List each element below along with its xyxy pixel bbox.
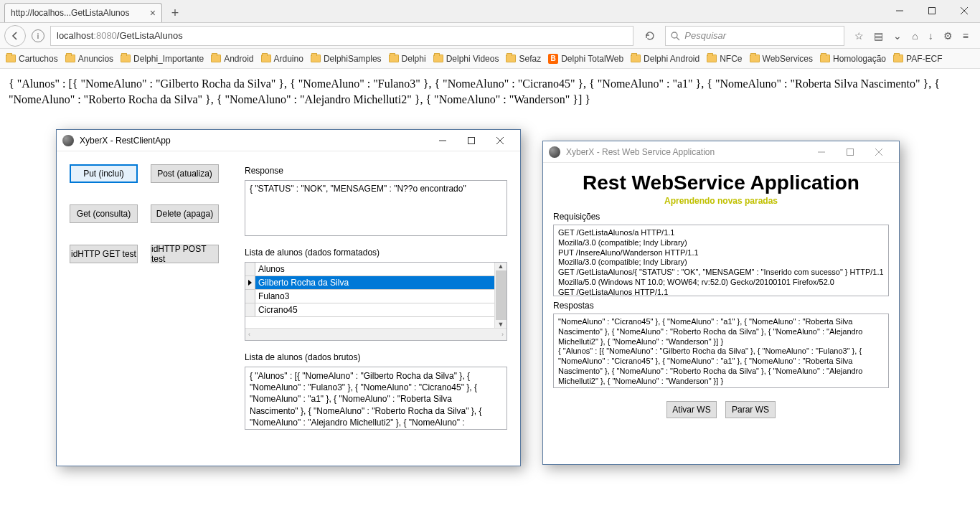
bookmark-item[interactable]: NFCe: [707, 54, 742, 64]
scroll-right-icon[interactable]: ›: [501, 331, 504, 338]
grid-scrollbar-horizontal[interactable]: ‹ ›: [245, 328, 507, 340]
reload-button[interactable]: [641, 27, 659, 45]
idhttp-post-button[interactable]: idHTTP POST test: [151, 245, 219, 263]
get-button[interactable]: Get (consulta): [70, 204, 138, 223]
response-textbox[interactable]: { "STATUS" : "NOK", "MENSAGEM" : "N??o e…: [245, 180, 507, 236]
bookmark-label: NFCe: [720, 54, 742, 64]
client-title: XyberX - RestClientApp: [80, 136, 428, 146]
bookmark-item[interactable]: Sefaz: [506, 54, 541, 64]
grid-row[interactable]: Fulano3: [245, 290, 494, 303]
extensions-icon[interactable]: ⚙: [943, 30, 953, 42]
close-button[interactable]: [948, 0, 980, 22]
scroll-up-icon[interactable]: ▲: [498, 263, 504, 270]
grid-scrollbar-vertical[interactable]: ▲ ▼: [494, 263, 507, 328]
folder-icon: [311, 55, 321, 62]
folder-icon: [6, 55, 16, 62]
bookmark-item[interactable]: Arduino: [261, 54, 303, 64]
bookmark-item[interactable]: Anuncios: [65, 54, 113, 64]
ativar-ws-button[interactable]: Ativar WS: [666, 401, 717, 418]
server-subheading: Aprendendo novas paradas: [553, 196, 889, 206]
url-bar[interactable]: localhost:8080/GetListaAlunos: [50, 26, 633, 46]
site-info-icon[interactable]: i: [32, 29, 44, 42]
new-tab-button[interactable]: +: [165, 4, 185, 22]
folder-icon: [631, 55, 641, 62]
server-title: XyberX - Rest Web Service Application: [566, 147, 807, 157]
folder-icon: [389, 55, 399, 62]
grid-cell: Fulano3: [255, 291, 494, 301]
scroll-thumb[interactable]: [496, 270, 507, 320]
grid-gutter: [245, 276, 255, 289]
app-icon: [62, 135, 74, 146]
bookmark-item[interactable]: Delphi Android: [631, 54, 699, 64]
blogger-icon: B: [548, 54, 558, 64]
bookmark-item[interactable]: Android: [211, 54, 253, 64]
scroll-left-icon[interactable]: ‹: [248, 331, 250, 338]
server-titlebar[interactable]: XyberX - Rest Web Service Application: [543, 141, 899, 163]
responses-label: Respostas: [553, 301, 889, 311]
browser-tab[interactable]: http://localhos...GetListaAlunos ×: [4, 3, 162, 22]
bookmark-label: Delphi TotalWeb: [561, 54, 623, 64]
folder-icon: [211, 55, 221, 62]
formatted-label: Lista de alunos (dados formatados): [245, 248, 507, 258]
minimize-button[interactable]: [883, 0, 915, 22]
bookmark-item[interactable]: BDelphi TotalWeb: [548, 54, 623, 64]
app-icon: [549, 146, 560, 158]
svg-rect-1: [928, 8, 935, 14]
parar-ws-button[interactable]: Parar WS: [725, 401, 776, 418]
bookmark-item[interactable]: Cartuchos: [6, 54, 58, 64]
delete-button[interactable]: Delete (apaga): [151, 204, 219, 223]
server-heading: Rest WebService Application: [553, 171, 889, 194]
bookmark-item[interactable]: WebServices: [750, 54, 813, 64]
library-icon[interactable]: ▤: [874, 30, 883, 42]
downloads-icon[interactable]: ↓: [928, 30, 933, 42]
bookmark-item[interactable]: Delphi_Importante: [121, 54, 204, 64]
bookmark-item[interactable]: Delphi: [389, 54, 426, 64]
grid-cell: Gilberto Rocha da Silva: [255, 278, 494, 288]
bookmark-item[interactable]: PAF-ECF: [893, 54, 942, 64]
requests-textbox[interactable]: GET /GetListaAlunos/a HTTP/1.1 Mozilla/3…: [553, 225, 889, 296]
bookmark-label: Delphi Android: [644, 54, 699, 64]
search-placeholder: Pesquisar: [684, 30, 726, 41]
client-titlebar[interactable]: XyberX - RestClientApp: [57, 130, 520, 151]
folder-icon: [707, 55, 717, 62]
grid-gutter: [245, 263, 255, 275]
grid-row[interactable]: Gilberto Rocha da Silva: [245, 276, 494, 290]
responses-textbox[interactable]: "NomeAluno" : "Cicrano45" }, { "NomeAlun…: [553, 314, 889, 388]
put-button[interactable]: Put (inclui): [70, 164, 138, 183]
folder-icon: [261, 55, 271, 62]
bookmark-label: Arduino: [274, 54, 303, 64]
idhttp-get-button[interactable]: idHTTP GET test: [70, 245, 138, 263]
grid-row[interactable]: Cicrano45: [245, 303, 494, 317]
home-icon[interactable]: ⌂: [912, 30, 918, 42]
server-maximize-button[interactable]: [836, 143, 864, 161]
students-grid[interactable]: AlunosGilberto Rocha da SilvaFulano3Cicr…: [245, 262, 507, 341]
client-minimize-button[interactable]: [428, 132, 457, 149]
client-maximize-button[interactable]: [457, 132, 486, 149]
server-minimize-button[interactable]: [807, 143, 836, 161]
folder-icon: [121, 55, 131, 62]
close-icon[interactable]: ×: [150, 7, 156, 19]
client-close-button[interactable]: [486, 132, 514, 149]
scroll-down-icon[interactable]: ▼: [498, 321, 504, 328]
bookmark-label: Delphi Videos: [446, 54, 499, 64]
bookmark-item[interactable]: DelphiSamples: [311, 54, 382, 64]
folder-icon: [506, 55, 516, 62]
bookmark-item[interactable]: Homologação: [820, 54, 886, 64]
bookmark-item[interactable]: Delphi Videos: [433, 54, 499, 64]
menu-icon[interactable]: ≡: [963, 30, 969, 42]
response-label: Response: [245, 166, 507, 176]
bookmark-star-icon[interactable]: ☆: [854, 30, 864, 42]
server-close-button[interactable]: [864, 143, 893, 161]
post-button[interactable]: Post (atualiza): [151, 164, 219, 183]
bookmarks-bar: CartuchosAnunciosDelphi_ImportanteAndroi…: [0, 49, 980, 69]
maximize-button[interactable]: [915, 0, 948, 22]
raw-textbox[interactable]: { "Alunos" : [{ "NomeAluno" : "Gilberto …: [245, 367, 507, 430]
back-button[interactable]: [4, 25, 26, 47]
search-bar[interactable]: Pesquisar: [665, 26, 844, 46]
pocket-icon[interactable]: ⌄: [893, 30, 902, 42]
requests-label: Requisições: [553, 212, 889, 222]
url-port: :8080: [93, 30, 117, 41]
toolbar-icons: ☆ ▤ ⌄ ⌂ ↓ ⚙ ≡: [847, 30, 976, 42]
window-controls: [883, 0, 980, 22]
bookmark-label: Anuncios: [78, 54, 113, 64]
